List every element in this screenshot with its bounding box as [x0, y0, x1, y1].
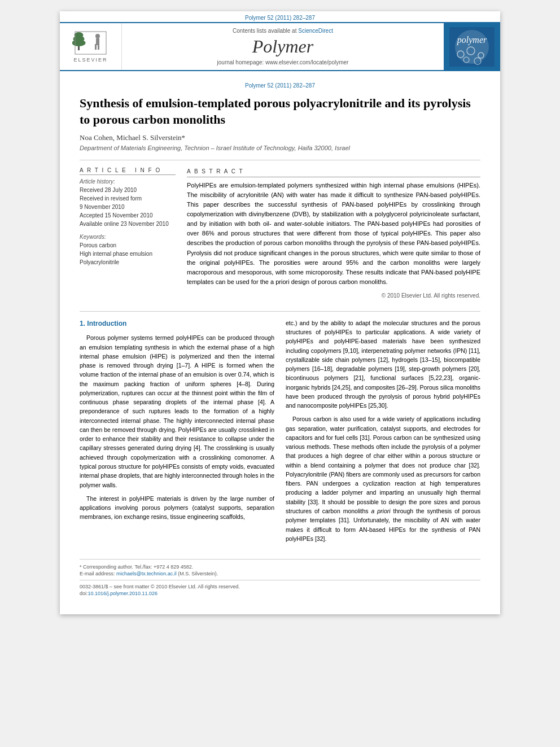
- elsevier-logo-container: ELSEVIER: [60, 23, 122, 70]
- accepted-date: Accepted 15 November 2010: [80, 211, 176, 220]
- available-online: Available online 23 November 2010: [80, 220, 176, 228]
- body-para-4: Porous carbon is also used for a wide va…: [286, 414, 480, 543]
- journal-homepage: journal homepage: www.elsevier.com/locat…: [217, 59, 349, 65]
- received-revised-date: 9 November 2010: [80, 203, 176, 211]
- article-authors: Noa Cohen, Michael S. Silverstein*: [80, 133, 480, 142]
- svg-point-3: [72, 40, 86, 46]
- article-journal-ref: Polymer 52 (2011) 282–287: [80, 82, 480, 89]
- journal-title: Polymer: [252, 36, 313, 57]
- abstract-text: PolyHIPEs are emulsion-templated polymer…: [187, 181, 480, 287]
- email-footnote: E-mail address: michaels@tx.technion.ac.…: [80, 571, 480, 576]
- body-left-col: 1. Introduction Porous polymer systems t…: [80, 318, 274, 548]
- svg-point-13: [478, 53, 484, 58]
- article-content: Polymer 52 (2011) 282–287 Synthesis of e…: [60, 71, 500, 614]
- received-date: Received 28 July 2010: [80, 186, 176, 194]
- issn-line: 0032-3861/$ – see front matter © 2010 El…: [80, 584, 480, 589]
- body-para-1: Porous polymer systems termed polyHIPEs …: [80, 333, 274, 490]
- body-divider: [80, 311, 480, 312]
- sciencedirect-info: Contents lists available at ScienceDirec…: [233, 28, 333, 34]
- received-revised-label: Received in revised form: [80, 194, 176, 203]
- elsevier-logo: ELSEVIER: [72, 30, 109, 63]
- doi-link[interactable]: 10.1016/j.polymer.2010.11.026: [88, 591, 158, 596]
- svg-point-11: [457, 51, 464, 58]
- polymer-badge: polymer: [449, 27, 495, 67]
- elsevier-tree-icon: [72, 30, 109, 56]
- author-email[interactable]: michaels@tx.technion.ac.il: [116, 571, 177, 576]
- page: Polymer 52 (2011) 282–287: [60, 11, 500, 614]
- keyword-1: Porous carbon: [80, 241, 176, 250]
- abstract-section-title: A B S T R A C T: [187, 167, 480, 177]
- svg-rect-9: [449, 27, 495, 67]
- abstract-copyright: © 2010 Elsevier Ltd. All rights reserved…: [187, 291, 480, 300]
- section-1-heading: 1. Introduction: [80, 318, 274, 329]
- body-right-col: etc.) and by the ability to adapt the mo…: [286, 318, 480, 548]
- body-para-3: etc.) and by the ability to adapt the mo…: [286, 318, 480, 410]
- article-divider: [80, 160, 480, 160]
- polymer-badge-icon: polymer: [449, 27, 495, 67]
- article-affiliation: Department of Materials Engineering, Tec…: [80, 145, 480, 151]
- svg-point-12: [467, 47, 475, 55]
- svg-text:polymer: polymer: [457, 35, 487, 45]
- elsevier-brand-text: ELSEVIER: [73, 57, 107, 63]
- article-footer: * Corresponding author. Tel./fax: +972 4…: [80, 559, 480, 596]
- article-history-label: Article history:: [80, 178, 176, 185]
- journal-center: Contents lists available at ScienceDirec…: [122, 23, 444, 70]
- article-title: Synthesis of emulsion-templated porous p…: [80, 95, 480, 128]
- journal-volume-info: Polymer 52 (2011) 282–287: [245, 15, 315, 21]
- keyword-3: Polyacrylonitrile: [80, 258, 176, 267]
- body-para-2: The interest in polyHIPE materials is dr…: [80, 494, 274, 522]
- svg-point-4: [95, 34, 100, 38]
- svg-rect-7: [98, 44, 99, 50]
- footer-divider: [80, 580, 480, 580]
- keyword-2: High internal phase emulsion: [80, 250, 176, 258]
- svg-rect-6: [95, 44, 97, 50]
- article-info-title: A R T I C L E I N F O: [80, 167, 176, 175]
- journal-header-top: Polymer 52 (2011) 282–287: [60, 11, 500, 22]
- journal-header-main: ELSEVIER Contents lists available at Sci…: [60, 22, 500, 71]
- body-two-col: 1. Introduction Porous polymer systems t…: [80, 318, 480, 548]
- doi-line: doi:10.1016/j.polymer.2010.11.026: [80, 591, 480, 596]
- svg-point-14: [463, 57, 469, 63]
- abstract-column: A B S T R A C T PolyHIPEs are emulsion-t…: [187, 167, 480, 300]
- journal-logo-right: polymer: [444, 23, 500, 70]
- keywords-label: Keywords:: [80, 234, 176, 240]
- corresponding-author-note: * Corresponding author. Tel./fax: +972 4…: [80, 564, 480, 570]
- article-info-column: A R T I C L E I N F O Article history: R…: [80, 167, 176, 300]
- sciencedirect-link[interactable]: ScienceDirect: [298, 28, 333, 34]
- article-meta-section: A R T I C L E I N F O Article history: R…: [80, 167, 480, 300]
